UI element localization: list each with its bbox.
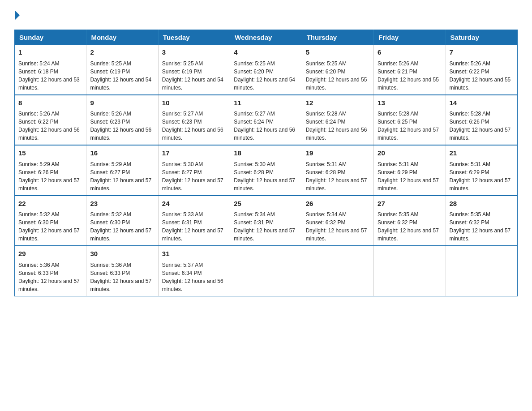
day-number: 31	[162, 249, 226, 259]
day-number: 20	[378, 148, 442, 158]
day-number: 25	[234, 199, 298, 209]
day-info: Sunrise: 5:31 AMSunset: 6:29 PMDaylight:…	[450, 160, 514, 193]
day-info: Sunrise: 5:35 AMSunset: 6:32 PMDaylight:…	[378, 210, 442, 243]
calendar-cell: 4Sunrise: 5:25 AMSunset: 6:20 PMDaylight…	[230, 45, 302, 95]
calendar-cell: 16Sunrise: 5:29 AMSunset: 6:27 PMDayligh…	[86, 145, 158, 196]
day-info: Sunrise: 5:34 AMSunset: 6:31 PMDaylight:…	[234, 210, 298, 243]
day-number: 10	[162, 98, 226, 108]
day-info: Sunrise: 5:34 AMSunset: 6:32 PMDaylight:…	[306, 210, 370, 243]
day-number: 12	[306, 98, 370, 108]
calendar-cell: 9Sunrise: 5:26 AMSunset: 6:23 PMDaylight…	[86, 95, 158, 146]
calendar-cell: 13Sunrise: 5:28 AMSunset: 6:25 PMDayligh…	[374, 95, 446, 146]
day-info: Sunrise: 5:25 AMSunset: 6:20 PMDaylight:…	[306, 60, 370, 92]
calendar-cell: 5Sunrise: 5:25 AMSunset: 6:20 PMDaylight…	[302, 45, 373, 95]
calendar-cell: 25Sunrise: 5:34 AMSunset: 6:31 PMDayligh…	[230, 196, 302, 246]
weekday-header-monday: Monday	[86, 30, 158, 45]
calendar-cell: 7Sunrise: 5:26 AMSunset: 6:22 PMDaylight…	[446, 45, 517, 95]
calendar-week-3: 15Sunrise: 5:29 AMSunset: 6:26 PMDayligh…	[15, 145, 518, 196]
day-number: 7	[450, 47, 514, 58]
weekday-header-wednesday: Wednesday	[230, 30, 302, 45]
day-info: Sunrise: 5:35 AMSunset: 6:32 PMDaylight:…	[450, 210, 514, 243]
calendar-cell: 30Sunrise: 5:36 AMSunset: 6:33 PMDayligh…	[86, 246, 158, 296]
day-number: 23	[90, 199, 154, 209]
calendar-cell: 17Sunrise: 5:30 AMSunset: 6:27 PMDayligh…	[158, 145, 230, 196]
day-info: Sunrise: 5:26 AMSunset: 6:22 PMDaylight:…	[450, 60, 514, 92]
day-number: 27	[378, 199, 442, 209]
day-number: 24	[162, 199, 226, 209]
day-info: Sunrise: 5:26 AMSunset: 6:23 PMDaylight:…	[90, 110, 154, 142]
weekday-header-row: SundayMondayTuesdayWednesdayThursdayFrid…	[15, 30, 518, 45]
logo	[14, 11, 20, 21]
day-info: Sunrise: 5:36 AMSunset: 6:33 PMDaylight:…	[18, 261, 82, 293]
calendar-cell: 12Sunrise: 5:28 AMSunset: 6:24 PMDayligh…	[302, 95, 373, 146]
day-info: Sunrise: 5:33 AMSunset: 6:31 PMDaylight:…	[162, 210, 226, 243]
calendar-cell: 24Sunrise: 5:33 AMSunset: 6:31 PMDayligh…	[158, 196, 230, 246]
calendar-cell: 20Sunrise: 5:31 AMSunset: 6:29 PMDayligh…	[374, 145, 446, 196]
calendar-cell: 1Sunrise: 5:24 AMSunset: 6:18 PMDaylight…	[15, 45, 86, 95]
weekday-header-tuesday: Tuesday	[158, 30, 230, 45]
day-info: Sunrise: 5:37 AMSunset: 6:34 PMDaylight:…	[162, 261, 226, 293]
weekday-header-saturday: Saturday	[446, 30, 517, 45]
day-info: Sunrise: 5:29 AMSunset: 6:26 PMDaylight:…	[18, 160, 82, 193]
day-number: 17	[162, 148, 226, 158]
calendar-cell: 31Sunrise: 5:37 AMSunset: 6:34 PMDayligh…	[158, 246, 230, 296]
day-info: Sunrise: 5:32 AMSunset: 6:30 PMDaylight:…	[90, 210, 154, 243]
calendar-cell: 18Sunrise: 5:30 AMSunset: 6:28 PMDayligh…	[230, 145, 302, 196]
calendar-cell	[374, 246, 446, 296]
calendar-cell: 11Sunrise: 5:27 AMSunset: 6:24 PMDayligh…	[230, 95, 302, 146]
logo-general	[14, 11, 20, 21]
calendar-cell: 15Sunrise: 5:29 AMSunset: 6:26 PMDayligh…	[15, 145, 86, 196]
calendar-cell: 26Sunrise: 5:34 AMSunset: 6:32 PMDayligh…	[302, 196, 373, 246]
calendar-cell: 28Sunrise: 5:35 AMSunset: 6:32 PMDayligh…	[446, 196, 517, 246]
calendar-body: 1Sunrise: 5:24 AMSunset: 6:18 PMDaylight…	[15, 45, 518, 296]
day-number: 5	[306, 47, 370, 58]
day-number: 22	[18, 199, 82, 209]
day-info: Sunrise: 5:27 AMSunset: 6:23 PMDaylight:…	[162, 110, 226, 142]
day-number: 8	[18, 98, 82, 108]
day-number: 9	[90, 98, 154, 108]
day-info: Sunrise: 5:36 AMSunset: 6:33 PMDaylight:…	[90, 261, 154, 293]
day-info: Sunrise: 5:31 AMSunset: 6:29 PMDaylight:…	[378, 160, 442, 193]
day-number: 11	[234, 98, 298, 108]
calendar-cell	[302, 246, 373, 296]
weekday-header-friday: Friday	[374, 30, 446, 45]
calendar-cell: 23Sunrise: 5:32 AMSunset: 6:30 PMDayligh…	[86, 196, 158, 246]
day-number: 15	[18, 148, 82, 158]
day-info: Sunrise: 5:30 AMSunset: 6:27 PMDaylight:…	[162, 160, 226, 193]
calendar-week-2: 8Sunrise: 5:26 AMSunset: 6:22 PMDaylight…	[15, 95, 518, 146]
weekday-header-sunday: Sunday	[15, 30, 86, 45]
weekday-header-thursday: Thursday	[302, 30, 373, 45]
calendar-cell: 2Sunrise: 5:25 AMSunset: 6:19 PMDaylight…	[86, 45, 158, 95]
page-header	[14, 11, 518, 21]
day-number: 19	[306, 148, 370, 158]
calendar-cell: 27Sunrise: 5:35 AMSunset: 6:32 PMDayligh…	[374, 196, 446, 246]
day-number: 14	[450, 98, 514, 108]
day-number: 2	[90, 47, 154, 58]
day-info: Sunrise: 5:24 AMSunset: 6:18 PMDaylight:…	[18, 60, 82, 92]
day-info: Sunrise: 5:26 AMSunset: 6:21 PMDaylight:…	[378, 60, 442, 92]
day-number: 3	[162, 47, 226, 58]
calendar-week-5: 29Sunrise: 5:36 AMSunset: 6:33 PMDayligh…	[15, 246, 518, 296]
calendar-cell: 3Sunrise: 5:25 AMSunset: 6:19 PMDaylight…	[158, 45, 230, 95]
calendar-cell: 8Sunrise: 5:26 AMSunset: 6:22 PMDaylight…	[15, 95, 86, 146]
calendar-cell: 6Sunrise: 5:26 AMSunset: 6:21 PMDaylight…	[374, 45, 446, 95]
calendar-cell	[230, 246, 302, 296]
calendar-week-1: 1Sunrise: 5:24 AMSunset: 6:18 PMDaylight…	[15, 45, 518, 95]
day-number: 6	[378, 47, 442, 58]
day-number: 1	[18, 47, 82, 58]
day-number: 18	[234, 148, 298, 158]
day-info: Sunrise: 5:29 AMSunset: 6:27 PMDaylight:…	[90, 160, 154, 193]
day-number: 29	[18, 249, 82, 259]
calendar-header: SundayMondayTuesdayWednesdayThursdayFrid…	[15, 30, 518, 45]
day-info: Sunrise: 5:26 AMSunset: 6:22 PMDaylight:…	[18, 110, 82, 142]
day-info: Sunrise: 5:31 AMSunset: 6:28 PMDaylight:…	[306, 160, 370, 193]
calendar-week-4: 22Sunrise: 5:32 AMSunset: 6:30 PMDayligh…	[15, 196, 518, 246]
day-info: Sunrise: 5:30 AMSunset: 6:28 PMDaylight:…	[234, 160, 298, 193]
day-info: Sunrise: 5:28 AMSunset: 6:25 PMDaylight:…	[378, 110, 442, 142]
day-info: Sunrise: 5:32 AMSunset: 6:30 PMDaylight:…	[18, 210, 82, 243]
day-number: 13	[378, 98, 442, 108]
day-info: Sunrise: 5:25 AMSunset: 6:19 PMDaylight:…	[90, 60, 154, 92]
day-number: 28	[450, 199, 514, 209]
calendar-cell: 22Sunrise: 5:32 AMSunset: 6:30 PMDayligh…	[15, 196, 86, 246]
day-info: Sunrise: 5:28 AMSunset: 6:24 PMDaylight:…	[306, 110, 370, 142]
